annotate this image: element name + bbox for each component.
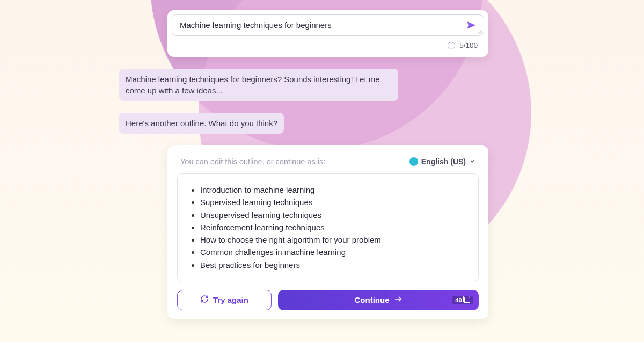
counter-row: 5/100	[172, 36, 484, 53]
outline-hint: You can edit this outline, or continue a…	[180, 157, 325, 166]
outline-item[interactable]: Best practices for beginners	[200, 259, 466, 271]
outline-item[interactable]: Unsupervised learning techniques	[200, 209, 466, 221]
credits-count: 40	[455, 297, 462, 303]
prompt-input-row	[172, 14, 484, 36]
outline-item[interactable]: Reinforcement learning techniques	[200, 221, 466, 234]
chevron-down-icon	[469, 157, 475, 166]
assistant-message-1: Machine learning techniques for beginner…	[119, 69, 398, 101]
credits-badge: 40	[452, 296, 473, 304]
prompt-counter: 5/100	[459, 41, 478, 49]
try-again-label: Try again	[213, 295, 248, 304]
try-again-button[interactable]: Try again	[177, 290, 272, 310]
outline-item[interactable]: Supervised learning techniques	[200, 196, 466, 208]
loading-spinner-icon	[448, 42, 455, 49]
outline-item[interactable]: How to choose the right algorithm for yo…	[200, 234, 466, 246]
svg-line-1	[480, 32, 482, 34]
prompt-input[interactable]	[180, 20, 464, 31]
globe-icon	[409, 157, 418, 166]
language-label: English (US)	[421, 157, 466, 166]
svg-line-0	[478, 30, 482, 34]
outline-card: You can edit this outline, or continue a…	[167, 145, 488, 319]
continue-label: Continue	[355, 295, 390, 304]
cards-icon	[464, 297, 470, 303]
outline-item[interactable]: Introduction to machine learning	[200, 184, 466, 196]
arrow-right-icon	[394, 295, 402, 305]
continue-button[interactable]: Continue 40	[278, 290, 479, 310]
outline-editor[interactable]: Introduction to machine learningSupervis…	[177, 173, 479, 281]
refresh-icon	[200, 295, 209, 305]
outline-item[interactable]: Common challenges in machine learning	[200, 246, 466, 258]
assistant-message-2: Here's another outline. What do you thin…	[119, 113, 284, 134]
prompt-input-card: 5/100	[167, 10, 488, 57]
language-picker[interactable]: English (US)	[409, 157, 475, 166]
send-icon[interactable]	[464, 19, 478, 31]
